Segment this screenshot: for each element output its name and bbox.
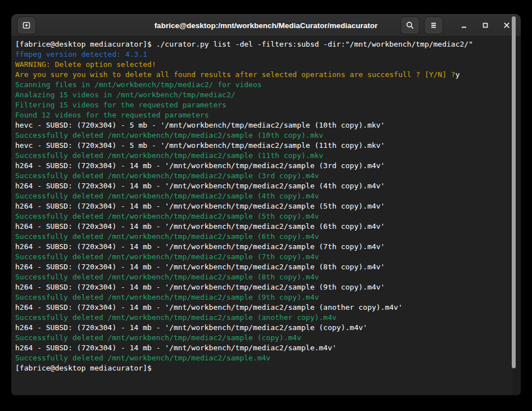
terminal-line: Successfully deleted /mnt/workbench/tmp/… — [15, 151, 521, 161]
terminal-text-segment: h264 - SUBSD: (720x304) - 14 mb - '/mnt/… — [15, 242, 385, 251]
window-title: fabrice@desktop:/mnt/workbench/MediaCura… — [154, 21, 377, 29]
terminal-line: Successfully deleted /mnt/workbench/tmp/… — [15, 191, 521, 201]
terminal-text-segment: h264 - SUBSD: (720x304) - 14 mb - '/mnt/… — [15, 182, 385, 190]
terminal-line: [fabrice@desktop mediacurator]$ ./curato… — [15, 39, 521, 49]
terminal-line: h264 - SUBSD: (720x304) - 14 mb - '/mnt/… — [15, 302, 521, 313]
terminal-text-segment: Successfully deleted /mnt/workbench/tmp/… — [15, 273, 319, 281]
terminal-line: Successfully deleted /mnt/workbench/tmp/… — [15, 333, 521, 343]
terminal-text-segment: Scanning files in /mnt/workbench/tmp/med… — [15, 80, 262, 89]
terminal-text-segment: Successfully deleted /mnt/workbench/tmp/… — [15, 333, 301, 342]
terminal-text-segment: h264 - SUBSD: (720x304) - 14 mb - '/mnt/… — [15, 344, 336, 352]
terminal-text-segment: hevc - SUBSD: (720x304) - 5 mb - '/mnt/w… — [15, 121, 385, 129]
terminal-text-segment: Analazing 15 videos in /mnt/workbench/tm… — [15, 91, 235, 99]
terminal-line: [fabrice@desktop mediacurator]$ — [15, 363, 521, 373]
terminal-line: Successfully deleted /mnt/workbench/tmp/… — [15, 211, 521, 222]
terminal-text-segment: y — [456, 70, 460, 79]
terminal-text-segment: [fabrice@desktop mediacurator]$ — [15, 364, 152, 372]
terminal-line: Successfully deleted /mnt/workbench/tmp/… — [15, 252, 521, 262]
terminal-line: WARNING: Delete option selected! — [15, 60, 521, 70]
terminal-text-segment: Successfully deleted /mnt/workbench/tmp/… — [15, 171, 319, 180]
terminal-text-segment: h264 - SUBSD: (720x304) - 14 mb - '/mnt/… — [15, 283, 385, 291]
terminal-text-segment: Filtering 15 videos for the requested pa… — [15, 101, 227, 109]
terminal-text-segment: h264 - SUBSD: (720x304) - 14 mb - '/mnt/… — [15, 202, 385, 210]
terminal-text-segment: Are you sure you wish to delete all foun… — [15, 70, 456, 79]
terminal-text-segment: Successfully deleted /mnt/workbench/tmp/… — [15, 252, 319, 261]
terminal-text-segment: Successfully deleted /mnt/workbench/tmp/… — [15, 151, 323, 160]
terminal-text-segment: h264 - SUBSD: (720x304) - 14 mb - '/mnt/… — [15, 303, 403, 311]
terminal-text-segment: h264 - SUBSD: (720x304) - 14 mb - '/mnt/… — [15, 222, 385, 231]
terminal-text-segment: h264 - SUBSD: (720x304) - 14 mb - '/mnt/… — [15, 263, 385, 271]
terminal-line: Are you sure you wish to delete all foun… — [15, 70, 521, 80]
new-tab-button[interactable] — [17, 16, 36, 34]
terminal-line: h264 - SUBSD: (720x304) - 14 mb - '/mnt/… — [15, 343, 521, 353]
new-tab-icon — [22, 21, 31, 30]
terminal-line: h264 - SUBSD: (720x304) - 14 mb - '/mnt/… — [15, 282, 521, 292]
search-button[interactable] — [400, 16, 420, 34]
terminal-text-segment: h264 - SUBSD: (720x304) - 14 mb - '/mnt/… — [15, 161, 385, 170]
terminal-text-segment: h264 - SUBSD: (720x304) - 14 mb - '/mnt/… — [15, 323, 367, 332]
terminal-text-segment: Successfully deleted /mnt/workbench/tmp/… — [15, 313, 336, 322]
terminal-line: Successfully deleted /mnt/workbench/tmp/… — [15, 292, 521, 302]
maximize-button[interactable] — [477, 17, 494, 34]
minimize-icon — [460, 21, 468, 29]
close-icon — [503, 21, 511, 29]
titlebar[interactable]: fabrice@desktop:/mnt/workbench/MediaCura… — [11, 14, 521, 37]
terminal-line: hevc - SUBSD: (720x304) - 5 mb - '/mnt/w… — [15, 141, 521, 151]
terminal-line: Filtering 15 videos for the requested pa… — [15, 100, 521, 110]
terminal-line: Found 12 videos for the requested parame… — [15, 110, 521, 120]
terminal-line: Successfully deleted /mnt/workbench/tmp/… — [15, 353, 521, 363]
terminal-text-segment: Successfully deleted /mnt/workbench/tmp/… — [15, 293, 319, 301]
terminal-window: fabrice@desktop:/mnt/workbench/MediaCura… — [11, 14, 521, 395]
terminal-line: Successfully deleted /mnt/workbench/tmp/… — [15, 313, 521, 323]
terminal-text-segment: Successfully deleted /mnt/workbench/tmp/… — [15, 354, 270, 362]
terminal-line: Analazing 15 videos in /mnt/workbench/tm… — [15, 90, 521, 100]
terminal-text-segment: hevc - SUBSD: (720x304) - 5 mb - '/mnt/w… — [15, 141, 385, 150]
terminal-text-segment: Successfully deleted /mnt/workbench/tmp/… — [15, 131, 323, 139]
terminal-line: Successfully deleted /mnt/workbench/tmp/… — [15, 130, 521, 141]
terminal-line: h264 - SUBSD: (720x304) - 14 mb - '/mnt/… — [15, 181, 521, 191]
terminal-line: ffmpeg version detected: 4.3.1 — [15, 49, 521, 60]
hamburger-menu-icon — [429, 21, 438, 30]
terminal-text-segment: Successfully deleted /mnt/workbench/tmp/… — [15, 192, 319, 200]
scrollbar-thumb[interactable] — [512, 16, 516, 368]
terminal-line: hevc - SUBSD: (720x304) - 5 mb - '/mnt/w… — [15, 120, 521, 130]
terminal-text-segment: Found 12 videos for the requested parame… — [15, 111, 209, 119]
terminal-line: Successfully deleted /mnt/workbench/tmp/… — [15, 272, 521, 282]
terminal-output[interactable]: [fabrice@desktop mediacurator]$ ./curato… — [11, 37, 521, 395]
terminal-text-segment: ffmpeg version detected: 4.3.1 — [15, 50, 147, 58]
terminal-line: h264 - SUBSD: (720x304) - 14 mb - '/mnt/… — [15, 242, 521, 252]
terminal-line: Successfully deleted /mnt/workbench/tmp/… — [15, 232, 521, 242]
terminal-line: h264 - SUBSD: (720x304) - 14 mb - '/mnt/… — [15, 201, 521, 211]
terminal-text-segment: [fabrice@desktop mediacurator]$ ./curato… — [15, 40, 473, 48]
terminal-text-segment: WARNING: Delete option selected! — [15, 60, 156, 69]
terminal-text-segment: Successfully deleted /mnt/workbench/tmp/… — [15, 212, 319, 220]
terminal-line: Successfully deleted /mnt/workbench/tmp/… — [15, 171, 521, 181]
maximize-icon — [481, 21, 489, 29]
terminal-line: h264 - SUBSD: (720x304) - 14 mb - '/mnt/… — [15, 323, 521, 333]
menu-button[interactable] — [424, 16, 443, 34]
search-icon — [405, 21, 414, 30]
terminal-line: h264 - SUBSD: (720x304) - 14 mb - '/mnt/… — [15, 161, 521, 171]
minimize-button[interactable] — [456, 17, 472, 34]
terminal-line: h264 - SUBSD: (720x304) - 14 mb - '/mnt/… — [15, 262, 521, 272]
terminal-line: h264 - SUBSD: (720x304) - 14 mb - '/mnt/… — [15, 222, 521, 232]
terminal-text-segment: Successfully deleted /mnt/workbench/tmp/… — [15, 232, 319, 241]
terminal-line: Scanning files in /mnt/workbench/tmp/med… — [15, 80, 521, 90]
